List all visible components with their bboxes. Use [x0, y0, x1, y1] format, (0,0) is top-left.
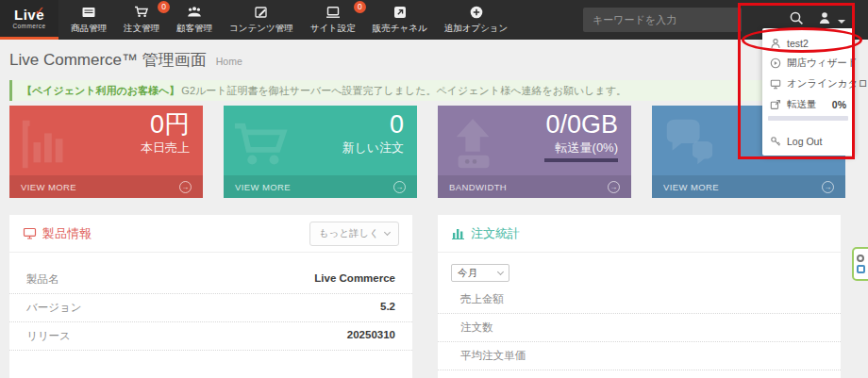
card-label: 本日売上 — [141, 140, 190, 156]
chevron-down-icon — [384, 228, 391, 235]
nav-item-content[interactable]: コンテンツ管理 — [221, 0, 302, 40]
card-footer-link[interactable]: VIEW MORE — [652, 175, 845, 198]
period-select[interactable]: 今月 — [451, 264, 509, 282]
nav-item-orders[interactable]: 注文管理 0 — [115, 0, 168, 40]
search-icon[interactable] — [789, 10, 805, 30]
card-footer-link[interactable]: VIEW MORE — [224, 175, 417, 198]
page-title: Live Commerce™ 管理画面 — [9, 49, 207, 71]
monitor-icon — [23, 226, 37, 240]
add-options-icon — [469, 5, 484, 20]
chevron-down-icon — [838, 20, 845, 24]
content-edit-icon — [254, 5, 269, 20]
key-icon — [770, 136, 781, 147]
floating-extension-widget[interactable] — [852, 247, 868, 281]
more-details-button[interactable]: もっと詳しく — [309, 222, 399, 246]
translate-icon — [857, 265, 865, 273]
top-navigation-bar: Live ✓ Commerce 商品管理 注文管理 0 顧客管理 コンテンツ管理 — [0, 0, 868, 40]
order-panel-header: 注文統計 — [438, 215, 841, 253]
period-select-wrap: 今月 — [451, 264, 827, 282]
user-icon — [817, 10, 832, 29]
card-value: 0円 — [150, 109, 190, 140]
list-item: 会員購入 — [438, 370, 841, 378]
product-panel-header: 製品情報 もっと詳しく — [9, 215, 412, 253]
cart-icon — [231, 115, 290, 177]
arrow-circle-icon — [393, 181, 406, 193]
gear-icon — [857, 255, 864, 262]
panel-title: 注文統計 — [471, 225, 520, 242]
card-label: 転送量(0%) — [556, 140, 618, 156]
table-row: 製品名 Live Commerce — [9, 266, 412, 294]
admin-dashboard: Live ✓ Commerce 商品管理 注文管理 0 顧客管理 コンテンツ管理 — [0, 0, 868, 378]
cart-icon — [134, 5, 149, 20]
page-header: Live Commerce™ 管理画面 Home — [9, 49, 242, 71]
search-input[interactable] — [583, 8, 742, 32]
table-row: バージョン 5.2 — [9, 294, 412, 322]
customers-icon — [187, 5, 202, 20]
order-stats-table: 売上金額 注文数 平均注文単価 会員購入 ゲスト購入 — [438, 286, 841, 378]
transfer-icon — [770, 99, 781, 110]
dropdown-item-shop-wizard[interactable]: 開店ウィザード — [762, 53, 854, 74]
logo[interactable]: Live ✓ Commerce — [0, 0, 58, 40]
card-label: 新しい注文 — [342, 140, 404, 156]
dropdown-item-online-catalog[interactable]: オンラインカタログ — [762, 74, 854, 94]
card-value: 0/0GB — [545, 109, 618, 140]
card-footer-link[interactable]: VIEW MORE — [9, 175, 203, 198]
order-stats-panel: 注文統計 今月 売上金額 注文数 平均注文単価 会員購入 ゲスト購入 — [438, 215, 841, 378]
chevron-down-icon — [497, 268, 504, 274]
product-info-panel: 製品情報 もっと詳しく 製品名 Live Commerce バージョン 5.2 … — [9, 215, 412, 378]
list-item: 平均注文単価 — [438, 342, 841, 370]
nav-item-sales-channel[interactable]: 販売チャネル — [364, 0, 436, 40]
card-footer-link[interactable]: BANDWIDTH — [438, 175, 631, 198]
bar-chart-icon — [451, 226, 465, 240]
transfer-value: 0% — [832, 99, 846, 110]
bandwidth-progress-bar — [544, 158, 618, 162]
user-icon — [770, 38, 781, 49]
list-item: 売上金額 — [438, 286, 841, 314]
nav-item-products[interactable]: 商品管理 — [62, 0, 115, 40]
bar-chart-icon — [17, 115, 75, 177]
banner-message: G2ルート証明書を御社サーバーへ設置完了しました。ペイジェント様へ連絡をお願いし… — [181, 84, 626, 98]
card-today-sales[interactable]: 0円 本日売上 VIEW MORE — [9, 106, 203, 198]
arrow-circle-icon — [608, 181, 620, 193]
catalog-icon — [81, 5, 96, 20]
transfer-progress-track — [768, 116, 848, 121]
logo-text: Live ✓ — [14, 8, 44, 22]
arrow-circle-icon — [179, 181, 192, 193]
panel-title: 製品情報 — [42, 225, 92, 242]
upload-icon — [445, 115, 504, 177]
nav-item-site-settings[interactable]: サイト設定 0 — [302, 0, 364, 40]
dropdown-item-username[interactable]: test2 — [762, 34, 854, 53]
dropdown-item-transfer[interactable]: 転送量 0% — [762, 94, 854, 115]
user-menu-trigger[interactable] — [817, 10, 845, 29]
card-bandwidth[interactable]: 0/0GB 転送量(0%) BANDWIDTH — [438, 106, 631, 198]
breadcrumb[interactable]: Home — [216, 56, 242, 67]
paygent-notice-banner: 【ペイジェント利用のお客様へ】 G2ルート証明書を御社サーバーへ設置完了しました… — [9, 80, 844, 101]
nav-menu: 商品管理 注文管理 0 顧客管理 コンテンツ管理 サイト設定 0 — [62, 0, 516, 40]
sales-channel-icon — [392, 5, 408, 20]
site-settings-icon — [326, 5, 341, 20]
banner-highlight: 【ペイジェント利用のお客様へ】 — [22, 84, 179, 98]
wizard-play-icon — [770, 58, 781, 69]
nav-item-customers[interactable]: 顧客管理 — [168, 0, 221, 40]
reviews-icon — [659, 115, 718, 177]
logo-check-icon: ✓ — [35, 4, 45, 18]
user-dropdown-menu: test2 開店ウィザード オンラインカタログ 転送量 0% Log Out — [762, 28, 854, 156]
dropdown-item-logout[interactable]: Log Out — [762, 132, 854, 151]
table-row: リリース 20250310 — [9, 322, 412, 351]
monitor-icon — [770, 78, 781, 90]
list-item: 注文数 — [438, 314, 841, 342]
arrow-circle-icon — [822, 181, 834, 193]
nav-item-add-options[interactable]: 追加オプション — [436, 0, 517, 40]
card-new-orders[interactable]: 0 新しい注文 VIEW MORE — [224, 106, 417, 198]
card-value: 0 — [390, 109, 404, 140]
product-info-table: 製品名 Live Commerce バージョン 5.2 リリース 2025031… — [9, 266, 412, 351]
